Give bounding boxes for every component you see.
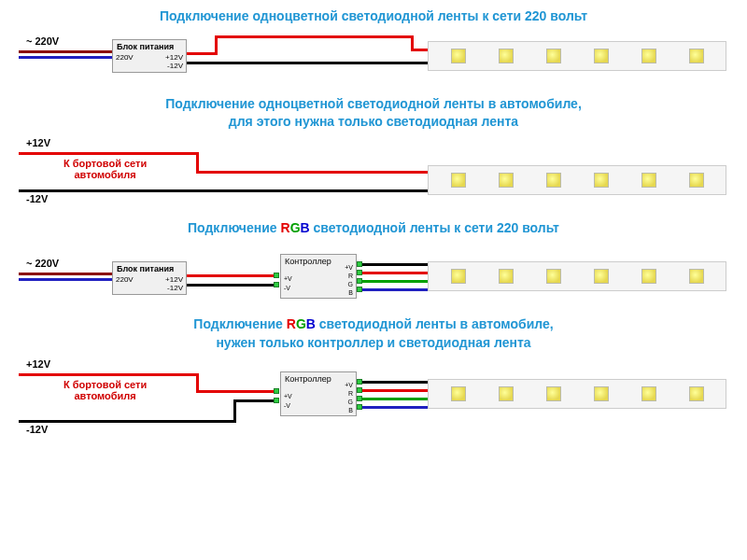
- wire-rgb-r-4: [362, 389, 430, 392]
- controller-3: Контроллер +V -V +V R G B: [280, 254, 357, 299]
- t3-g: G: [290, 220, 301, 235]
- wire-minus12-car: [19, 189, 430, 192]
- car-net-4-l2: автомобиля: [74, 390, 135, 401]
- term-in-plus: [274, 273, 279, 278]
- wire-dc-plus-3: [187, 274, 275, 277]
- wire-plus12-4b: [196, 373, 199, 392]
- led-chip: [594, 269, 609, 284]
- diagram-2: +12V К бортовой сети автомобиля -12V: [19, 137, 728, 212]
- t4-r: R: [287, 316, 296, 331]
- label-220v-3: ~ 220V: [26, 258, 59, 269]
- t4-pre: Подключение: [193, 316, 286, 331]
- wire-rgb-v-4: [362, 381, 430, 384]
- wire-plus12-c: [215, 35, 411, 38]
- car-net-4-l1: К бортовой сети: [63, 379, 147, 390]
- t3-suf: светодиодной ленты к сети 220 вольт: [310, 220, 559, 235]
- t4-line2: нужен только контроллер и светодиодная л…: [216, 335, 530, 350]
- ctrl-title-3: Контроллер: [285, 257, 352, 266]
- car-net-l1: К бортовой сети: [63, 158, 147, 169]
- t3-r: R: [281, 220, 290, 235]
- led-chip: [641, 386, 656, 401]
- wire-rgb-b: [362, 288, 430, 291]
- title-2-line2: для этого нужна только светодиодная лент…: [229, 114, 518, 129]
- psu-out1-3: +12V: [165, 275, 183, 284]
- t3-pre: Подключение: [188, 220, 280, 235]
- wire-dc-minus-3: [187, 284, 275, 287]
- wire-ac-neutral-3: [19, 278, 112, 281]
- led-chip: [641, 173, 656, 188]
- wire-rgb-r: [362, 272, 430, 274]
- title-3: Подключение RGB светодиодной ленты к сет…: [0, 212, 747, 244]
- label-plus12-4: +12V: [26, 358, 50, 370]
- t4-b: B: [306, 316, 316, 331]
- wire-rgb-g: [362, 280, 430, 283]
- term-in-minus-4: [274, 398, 279, 403]
- ctrl-out-v-4: +V: [345, 382, 353, 388]
- led-chip: [546, 386, 561, 401]
- term-in-plus-4: [274, 388, 279, 394]
- ctrl-out-b: B: [348, 289, 353, 296]
- led-chip: [641, 49, 656, 63]
- led-strip-2: [428, 165, 726, 195]
- ctrl-out-r: R: [348, 273, 353, 279]
- label-car-net: К бортовой сети автомобиля: [63, 158, 147, 180]
- led-strip-3: [428, 261, 726, 291]
- ctrl-in-plus: +V: [284, 275, 292, 282]
- wire-plus12-b: [215, 35, 218, 55]
- label-car-net-4: К бортовой сети автомобиля: [63, 379, 147, 401]
- wire-minus12-4b: [233, 399, 236, 423]
- t4-suf: светодиодной ленты в автомобиле,: [316, 316, 554, 331]
- led-chip: [641, 269, 656, 284]
- wire-plus12-e: [411, 49, 430, 51]
- psu-in-3: 220V: [116, 275, 134, 284]
- wire-rgb-b-4: [362, 406, 430, 409]
- title-2-line1: Подключение одноцветной светодиодной лен…: [165, 96, 582, 111]
- led-chip: [499, 173, 514, 188]
- wire-plus12-4c: [196, 390, 275, 393]
- label-plus12: +12V: [26, 137, 50, 148]
- wire-plus12-car-c: [196, 171, 430, 174]
- psu-title: Блок питания: [117, 42, 182, 51]
- wire-minus12: [187, 62, 430, 64]
- psu-title-3: Блок питания: [117, 264, 182, 273]
- ctrl-out-g-4: G: [348, 399, 353, 405]
- controller-4: Контроллер +V -V +V R G B: [280, 371, 357, 416]
- led-chip: [499, 386, 514, 401]
- ctrl-out-r-4: R: [348, 390, 353, 397]
- psu-out-minus: -12V: [167, 62, 183, 70]
- wire-minus12-4c: [233, 399, 275, 402]
- ctrl-in-minus: -V: [284, 285, 290, 291]
- led-chip: [594, 173, 609, 188]
- label-220v: ~ 220V: [26, 35, 59, 47]
- led-chip: [689, 386, 704, 401]
- label-minus12-4: -12V: [26, 424, 48, 435]
- ctrl-in-minus-4: -V: [284, 402, 290, 409]
- diagram-3: ~ 220V Блок питания 220V +12V -12V Контр…: [19, 243, 728, 308]
- car-net-l2: автомобиля: [74, 169, 135, 180]
- t4-g: G: [296, 316, 306, 331]
- wire-plus12-4a: [19, 373, 196, 376]
- title-4: Подключение RGB светодиодной ленты в авт…: [0, 308, 747, 357]
- led-chip: [689, 269, 704, 284]
- psu-block-3: Блок питания 220V +12V -12V: [112, 261, 187, 295]
- wire-ac-live-3: [19, 273, 112, 275]
- wire-rgb-v: [362, 263, 430, 266]
- term-in-minus: [274, 282, 279, 287]
- led-chip: [546, 49, 561, 63]
- psu-out2-3: -12V: [167, 284, 183, 292]
- led-chip: [499, 269, 514, 284]
- led-chip: [546, 269, 561, 284]
- led-chip: [594, 49, 609, 63]
- led-chip: [451, 386, 466, 401]
- led-chip: [451, 269, 466, 284]
- title-2: Подключение одноцветной светодиодной лен…: [0, 88, 747, 137]
- led-strip-1: [428, 41, 726, 71]
- psu-in-label: 220V: [116, 53, 134, 62]
- wire-plus12-a: [187, 52, 215, 55]
- ctrl-title-4: Контроллер: [285, 374, 352, 384]
- led-strip-4: [428, 379, 726, 409]
- wire-plus12-car-a: [19, 152, 196, 155]
- ctrl-out-g: G: [348, 281, 353, 287]
- psu-block: Блок питания 220V +12V -12V: [112, 39, 187, 73]
- wire-ac-neutral: [19, 56, 112, 59]
